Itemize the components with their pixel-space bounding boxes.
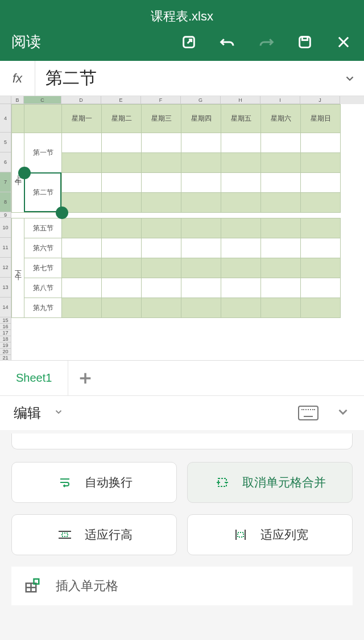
day-header[interactable]: 星期六 [261, 105, 301, 133]
wrap-icon [56, 475, 73, 490]
unmerge-icon [214, 475, 231, 490]
edit-mode-bar: 编辑 [0, 395, 364, 430]
read-mode-button[interactable]: 阅读 [11, 32, 41, 52]
svg-rect-2 [302, 36, 307, 40]
period-label[interactable]: 第五节 [24, 218, 62, 238]
edit-panel: 自动换行 取消单元格合并 适应行高 适应列宽 插入单元格 [0, 430, 364, 617]
add-sheet-button[interactable] [68, 370, 102, 386]
row-header[interactable]: 5 [0, 133, 11, 152]
table-row: 上午 第一节 [12, 133, 341, 153]
app-header: 课程表.xlsx 阅读 [0, 0, 364, 61]
row-header[interactable]: 9 [0, 212, 11, 218]
redo-icon [257, 33, 275, 51]
day-header[interactable]: 星期三 [142, 105, 181, 133]
row-header[interactable]: 4 [0, 104, 11, 133]
row-header[interactable]: 10 [0, 218, 11, 238]
day-header[interactable]: 星期四 [181, 105, 221, 133]
row-header[interactable]: 17 [0, 330, 11, 336]
col-header[interactable]: C [24, 96, 61, 104]
sheet-tabs: Sheet1 [0, 360, 364, 395]
button-label: 自动换行 [85, 474, 133, 490]
close-icon[interactable] [334, 33, 353, 51]
period-label[interactable]: 第九节 [24, 298, 62, 318]
formula-bar: fx 第二节 [0, 61, 364, 96]
col-header[interactable]: I [260, 96, 300, 104]
chevron-down-icon[interactable] [336, 404, 350, 422]
chevron-down-icon[interactable] [53, 407, 64, 419]
button-label: 适应行高 [85, 527, 133, 543]
col-header[interactable]: J [300, 96, 340, 104]
row-header[interactable]: 7 [0, 172, 11, 192]
col-header[interactable]: D [61, 96, 101, 104]
wrap-text-button[interactable]: 自动换行 [11, 462, 177, 503]
col-header[interactable]: F [141, 96, 181, 104]
open-external-icon[interactable] [180, 33, 198, 51]
period-label[interactable]: 第七节 [24, 258, 62, 278]
day-header[interactable]: 星期一 [62, 105, 102, 133]
table-row: 星期一 星期二 星期三 星期四 星期五 星期六 星期日 [12, 105, 341, 133]
row-header[interactable]: 13 [0, 278, 11, 298]
svg-rect-4 [62, 533, 68, 536]
fx-label[interactable]: fx [0, 61, 35, 96]
row-header[interactable]: 8 [0, 192, 11, 212]
day-header[interactable]: 星期二 [102, 105, 142, 133]
table-row: 第九节 [12, 298, 341, 318]
table-row: 第六节 [12, 238, 341, 258]
period-label[interactable]: 第二节 [24, 173, 62, 213]
unmerge-cells-button[interactable]: 取消单元格合并 [187, 462, 353, 503]
insert-cells-button[interactable]: 插入单元格 [11, 567, 353, 605]
fit-col-icon [232, 527, 249, 542]
period-label[interactable]: 第八节 [24, 278, 62, 298]
table-row: 第八节 [12, 278, 341, 298]
sheet-tab[interactable]: Sheet1 [0, 361, 68, 395]
col-header[interactable]: G [181, 96, 221, 104]
save-icon[interactable] [296, 33, 314, 51]
day-header[interactable]: 星期五 [221, 105, 261, 133]
row-header[interactable]: 11 [0, 238, 11, 258]
table[interactable]: 星期一 星期二 星期三 星期四 星期五 星期六 星期日 上午 第一节 第二节 [11, 104, 341, 318]
fit-row-height-button[interactable]: 适应行高 [11, 514, 177, 555]
insert-cells-icon [24, 577, 42, 595]
spreadsheet-grid[interactable]: B C D E F G H I J 4 5 6 7 8 9 10 11 12 1… [0, 96, 364, 360]
top-toolbar: 阅读 [11, 32, 353, 61]
column-headers: B C D E F G H I J [0, 96, 364, 104]
button-label: 取消单元格合并 [242, 474, 326, 490]
row-header[interactable]: 16 [0, 324, 11, 330]
table-row: 第七节 [12, 258, 341, 278]
row-header[interactable]: 14 [0, 298, 11, 317]
table-row: 下午 第五节 [12, 218, 341, 238]
pm-label[interactable]: 下午 [12, 218, 24, 318]
period-label[interactable]: 第六节 [24, 238, 62, 258]
edit-mode-label[interactable]: 编辑 [14, 404, 41, 422]
row-header[interactable]: 12 [0, 258, 11, 278]
svg-rect-1 [300, 36, 311, 47]
formula-value[interactable]: 第二节 [35, 67, 336, 90]
fit-row-icon [56, 527, 73, 542]
table-row: 第二节 [12, 173, 341, 193]
col-header[interactable]: E [101, 96, 141, 104]
row-header[interactable]: 18 [0, 336, 11, 342]
row-header[interactable]: 19 [0, 342, 11, 349]
document-title: 课程表.xlsx [11, 6, 353, 32]
row-header[interactable]: 6 [0, 152, 11, 172]
button-label: 插入单元格 [56, 577, 118, 594]
svg-rect-5 [238, 532, 243, 537]
undo-icon[interactable] [218, 33, 237, 51]
row-header[interactable]: 20 [0, 349, 11, 355]
button-label: 适应列宽 [260, 527, 308, 543]
row-header[interactable]: 21 [0, 355, 11, 360]
fit-col-width-button[interactable]: 适应列宽 [187, 514, 353, 555]
col-header[interactable]: B [11, 96, 24, 104]
period-label[interactable]: 第一节 [24, 133, 62, 173]
table-row [12, 213, 341, 218]
row-header[interactable]: 15 [0, 317, 11, 324]
day-header[interactable]: 星期日 [301, 105, 341, 133]
panel-stub [11, 433, 353, 449]
col-header[interactable]: H [221, 96, 260, 104]
keyboard-icon[interactable] [298, 406, 318, 420]
formula-expand-icon[interactable] [336, 72, 364, 85]
am-label[interactable]: 上午 [12, 133, 24, 213]
row-headers: 4 5 6 7 8 9 10 11 12 13 14 15 16 17 18 1… [0, 104, 11, 360]
